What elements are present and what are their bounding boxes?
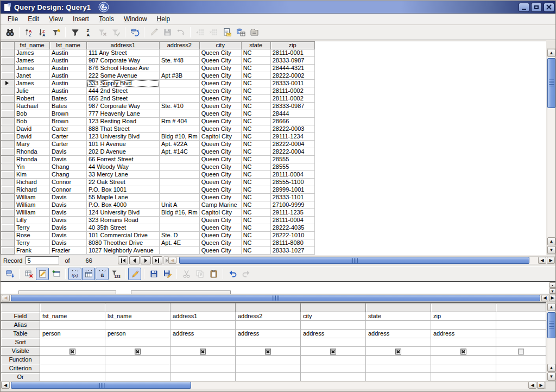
design-row-label-function[interactable]: Function — [1, 356, 40, 364]
table-cell[interactable]: Davis — [50, 148, 87, 156]
scrollbar-thumb[interactable] — [547, 312, 555, 338]
design-cell-field[interactable]: state — [366, 312, 431, 321]
design-cell-visible[interactable] — [105, 347, 170, 356]
pane-scroll-down-button[interactable]: ▼ — [549, 288, 556, 294]
design-row-label-table[interactable]: Table — [1, 330, 40, 338]
table-cell[interactable]: 111 Any Street — [87, 49, 160, 57]
table-cell[interactable]: 1027 Neighborly Avenue — [87, 247, 160, 255]
design-cell-field[interactable]: address2 — [236, 312, 301, 321]
table-cell[interactable]: 101 Commercial Drive — [87, 232, 160, 239]
menu-item-window[interactable]: Window — [119, 14, 152, 24]
row-header[interactable] — [1, 118, 15, 125]
table-cell[interactable]: Queen City — [199, 239, 241, 247]
table-cell[interactable]: Queen City — [199, 103, 241, 110]
delete-row-button[interactable] — [207, 26, 220, 39]
prev-record-button[interactable] — [129, 256, 140, 264]
scroll-down-button[interactable]: ▼ — [547, 372, 555, 381]
table-cell[interactable]: Davis — [50, 156, 87, 163]
table-cell[interactable]: Bob — [15, 110, 50, 118]
scroll-right-button[interactable]: ▶ — [537, 382, 545, 389]
design-cell-alias[interactable] — [301, 321, 366, 330]
row-header[interactable] — [1, 95, 15, 103]
scroll-left-button[interactable]: ◀ — [168, 257, 176, 264]
table-cell[interactable]: Connor — [50, 179, 87, 186]
table-cell[interactable]: NC — [241, 49, 270, 57]
table-cell[interactable]: Queen City — [199, 118, 241, 125]
table-cell[interactable]: Austin — [50, 80, 87, 87]
table-cell[interactable]: William — [15, 201, 50, 209]
table-cell[interactable]: Unit A — [160, 201, 200, 209]
table-cell[interactable]: Carter — [50, 141, 87, 148]
row-header[interactable] — [1, 110, 15, 118]
table-cell[interactable] — [160, 224, 200, 232]
table-cell[interactable]: NC — [241, 179, 270, 186]
design-cell-or[interactable] — [431, 373, 496, 382]
table-cell[interactable]: 444 2nd Street — [87, 87, 160, 95]
table-cell[interactable]: Rhonda — [15, 148, 50, 156]
table-cell[interactable]: Bates — [50, 95, 87, 103]
column-header-fst_name[interactable]: fst_name — [15, 42, 50, 49]
table-cell[interactable]: 28222-0002 — [270, 72, 314, 80]
design-cell-table[interactable]: address — [366, 330, 431, 338]
row-header[interactable] — [1, 125, 15, 133]
table-cell[interactable]: Queen City — [199, 87, 241, 95]
table-cell[interactable]: Robert — [15, 95, 50, 103]
next-record-button[interactable] — [141, 256, 151, 264]
table-cell[interactable]: 33 Mercy Lane — [87, 171, 160, 179]
table-cell[interactable]: 28222-4035 — [270, 224, 314, 232]
table-cell[interactable]: 987 Corporate Way — [87, 57, 160, 65]
table-cell[interactable]: 66 Forrest Street — [87, 156, 160, 163]
design-column-header[interactable] — [170, 304, 236, 312]
table-cell[interactable]: Queen City — [199, 95, 241, 103]
table-cell[interactable]: 777 Heavenly Lane — [87, 110, 160, 118]
open-in-design-button[interactable] — [248, 26, 261, 39]
minimize-button[interactable] — [519, 3, 529, 12]
design-cell-or[interactable] — [366, 373, 431, 382]
row-header[interactable] — [1, 72, 15, 80]
table-cell[interactable]: NC — [241, 72, 270, 80]
undo-button[interactable] — [226, 268, 239, 280]
row-header[interactable] — [1, 57, 15, 65]
design-cell-visible[interactable] — [431, 347, 496, 356]
table-cell[interactable]: Carter — [50, 133, 87, 141]
table-cell[interactable]: Bates — [50, 103, 87, 110]
row-header[interactable] — [1, 179, 15, 186]
row-header[interactable] — [1, 87, 15, 95]
table-cell[interactable] — [160, 156, 200, 163]
table-cell[interactable] — [160, 179, 200, 186]
visible-checkbox[interactable] — [70, 349, 75, 355]
design-row-label-field[interactable]: Field — [1, 312, 40, 321]
table-cell[interactable]: Brown — [50, 118, 87, 125]
table-cell[interactable]: P.O. Box 1001 — [87, 186, 160, 194]
row-header[interactable] — [1, 224, 15, 232]
table-cell[interactable]: Apt. #14C — [160, 148, 200, 156]
table-cell[interactable]: 29111-1234 — [270, 133, 314, 141]
design-cell-alias[interactable] — [170, 321, 236, 330]
table-cell[interactable]: NC — [241, 125, 270, 133]
design-view-button[interactable] — [36, 268, 49, 280]
design-row-label-visible[interactable]: Visible — [1, 347, 40, 356]
edit-data-button[interactable] — [147, 26, 160, 39]
table-cell[interactable]: NC — [241, 209, 270, 217]
row-header[interactable] — [1, 209, 15, 217]
scroll-left-button[interactable]: ◀ — [538, 257, 546, 264]
table-cell[interactable]: 28555 — [270, 163, 314, 171]
design-cell-function[interactable] — [366, 356, 431, 364]
table-cell[interactable]: 876 School House Ave — [87, 65, 160, 72]
design-cell-sort[interactable] — [105, 338, 170, 347]
table-cell[interactable]: NC — [241, 57, 270, 65]
table-cell[interactable]: Davis — [50, 201, 87, 209]
scroll-up-button[interactable]: ▲ — [547, 237, 555, 245]
design-cell-table[interactable]: address — [431, 330, 496, 338]
column-header-lst_name[interactable]: lst_name — [50, 42, 87, 49]
table-cell[interactable]: Queen City — [199, 163, 241, 171]
distinct-values-button[interactable]: 123! — [109, 268, 122, 280]
table-cell[interactable]: Queen City — [199, 194, 241, 201]
design-cell-or[interactable] — [170, 373, 236, 382]
table-cell[interactable]: 28222-0004 — [270, 141, 314, 148]
table-cell[interactable]: NC — [241, 103, 270, 110]
table-cell[interactable]: Ste. #48 — [160, 57, 200, 65]
table-cell[interactable]: Queen City — [199, 80, 241, 87]
menu-item-view[interactable]: View — [44, 14, 68, 24]
column-header-address1[interactable]: address1 — [87, 42, 160, 49]
